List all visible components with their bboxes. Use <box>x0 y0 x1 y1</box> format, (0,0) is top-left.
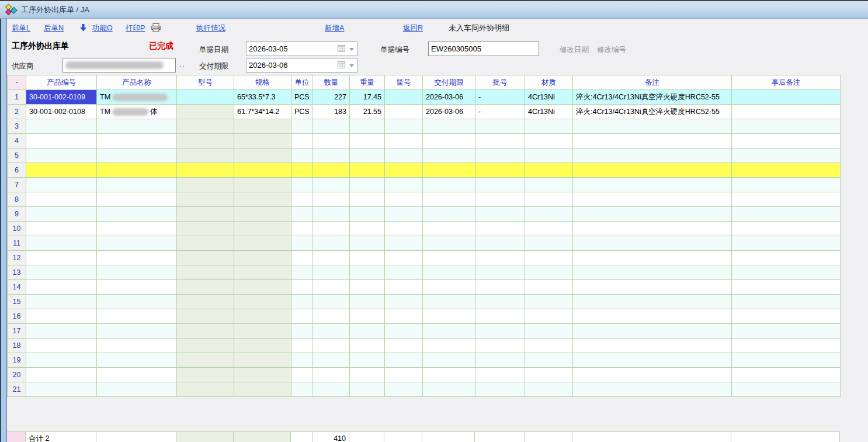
table-cell-rownum[interactable]: 19 <box>8 353 26 367</box>
table-cell-basket[interactable] <box>385 309 423 323</box>
table-cell-code[interactable] <box>26 265 97 279</box>
column-header-code[interactable]: 产品编号 <box>26 75 97 89</box>
table-cell-post_remark[interactable] <box>732 324 841 338</box>
table-cell-code[interactable] <box>26 309 97 323</box>
table-cell-remark[interactable] <box>573 324 732 338</box>
table-cell-material[interactable] <box>525 309 573 323</box>
table-cell-qty[interactable] <box>313 163 350 177</box>
supplier-lookup-button[interactable]: .. <box>179 60 186 68</box>
table-cell-basket[interactable] <box>385 382 423 396</box>
table-cell-unit[interactable] <box>291 178 313 192</box>
table-cell-basket[interactable] <box>385 236 423 250</box>
table-cell-qty[interactable] <box>313 339 350 353</box>
table-cell-basket[interactable] <box>385 90 423 104</box>
table-cell-post_remark[interactable] <box>732 119 841 133</box>
table-cell-spec[interactable]: 65*33.5*7.3 <box>234 90 291 104</box>
table-cell-unit[interactable] <box>291 353 313 367</box>
table-cell-unit[interactable] <box>291 119 313 133</box>
table-cell-basket[interactable] <box>385 324 423 338</box>
table-cell-basket[interactable] <box>385 207 423 221</box>
table-cell-rownum[interactable]: 15 <box>8 295 26 309</box>
table-cell-batch[interactable] <box>475 192 525 206</box>
next-doc-button[interactable]: 后单N <box>44 23 64 33</box>
table-cell-code[interactable]: 30-001-002-0108 <box>26 105 97 119</box>
table-cell-qty[interactable] <box>313 309 350 323</box>
table-cell-remark[interactable] <box>573 309 732 323</box>
table-cell-material[interactable]: 4Cr13Ni <box>525 90 573 104</box>
table-cell-batch[interactable] <box>475 339 525 353</box>
table-cell-model[interactable] <box>177 149 234 163</box>
table-cell-name[interactable] <box>97 163 177 177</box>
table-cell-code[interactable] <box>26 178 97 192</box>
table-cell-unit[interactable] <box>291 280 313 294</box>
table-cell-batch[interactable] <box>475 324 525 338</box>
table-cell-basket[interactable] <box>385 178 423 192</box>
table-cell-spec[interactable] <box>234 236 291 250</box>
table-cell-spec[interactable] <box>234 382 291 396</box>
table-cell-weight[interactable] <box>350 353 385 367</box>
table-cell-material[interactable] <box>525 178 573 192</box>
column-header-spec[interactable]: 规格 <box>234 75 291 89</box>
table-cell-rownum[interactable]: 13 <box>8 265 26 279</box>
column-header-qty[interactable]: 数量 <box>313 75 350 89</box>
add-new-button[interactable]: 新增A <box>325 23 344 33</box>
table-cell-material[interactable] <box>525 192 573 206</box>
table-cell-remark[interactable] <box>573 178 732 192</box>
table-cell-weight[interactable] <box>350 192 385 206</box>
table-cell-unit[interactable] <box>291 382 313 396</box>
table-cell-deliver[interactable] <box>423 265 475 279</box>
table-cell-name[interactable] <box>97 280 177 294</box>
table-cell-post_remark[interactable] <box>732 251 841 265</box>
calendar-icon[interactable] <box>338 61 345 68</box>
table-cell-post_remark[interactable] <box>732 222 841 236</box>
table-cell-material[interactable] <box>525 295 573 309</box>
table-cell-name[interactable] <box>97 236 177 250</box>
title-bar[interactable]: 工序外协出库单 / JA <box>0 1 868 19</box>
table-cell-spec[interactable] <box>234 134 291 148</box>
table-cell-rownum[interactable]: 7 <box>8 178 26 192</box>
column-header-model[interactable]: 型号 <box>177 75 234 89</box>
calendar-icon[interactable] <box>338 45 345 52</box>
table-cell-batch[interactable] <box>475 149 525 163</box>
table-cell-basket[interactable] <box>385 105 423 119</box>
table-cell-model[interactable] <box>177 309 234 323</box>
table-cell-post_remark[interactable] <box>732 207 841 221</box>
table-cell-remark[interactable] <box>573 368 732 382</box>
execution-status-button[interactable]: 执行情况 <box>196 23 225 33</box>
table-cell-model[interactable] <box>177 207 234 221</box>
table-cell-name[interactable] <box>97 251 177 265</box>
table-cell-material[interactable] <box>525 382 573 396</box>
table-cell-deliver[interactable]: 2026-03-06 <box>423 90 475 104</box>
table-cell-deliver[interactable] <box>423 280 475 294</box>
table-cell-basket[interactable] <box>385 163 423 177</box>
table-cell-unit[interactable] <box>291 236 313 250</box>
table-cell-remark[interactable] <box>573 222 732 236</box>
table-cell-qty[interactable] <box>313 353 350 367</box>
table-cell-batch[interactable] <box>475 265 525 279</box>
table-cell-rownum[interactable]: 1 <box>8 90 26 104</box>
table-cell-basket[interactable] <box>385 134 423 148</box>
table-cell-qty[interactable] <box>313 368 350 382</box>
chevron-down-icon[interactable] <box>349 48 354 51</box>
table-cell-code[interactable] <box>26 192 97 206</box>
table-cell-rownum[interactable]: 17 <box>8 324 26 338</box>
table-cell-rownum[interactable]: 21 <box>8 382 26 396</box>
table-cell-spec[interactable] <box>234 368 291 382</box>
table-cell-qty[interactable] <box>313 207 350 221</box>
table-cell-model[interactable] <box>177 265 234 279</box>
table-cell-weight[interactable] <box>350 265 385 279</box>
table-cell-post_remark[interactable] <box>732 339 841 353</box>
table-cell-basket[interactable] <box>385 339 423 353</box>
table-cell-model[interactable] <box>177 134 234 148</box>
table-cell-material[interactable] <box>525 265 573 279</box>
table-cell-weight[interactable] <box>350 149 385 163</box>
table-cell-rownum[interactable]: 20 <box>8 368 26 382</box>
table-cell-weight[interactable] <box>350 163 385 177</box>
table-cell-weight[interactable] <box>350 134 385 148</box>
table-cell-post_remark[interactable] <box>732 178 841 192</box>
table-cell-batch[interactable] <box>475 119 525 133</box>
table-cell-weight[interactable] <box>350 368 385 382</box>
table-cell-deliver[interactable] <box>423 149 475 163</box>
table-cell-unit[interactable] <box>291 149 313 163</box>
table-cell-model[interactable] <box>177 251 234 265</box>
